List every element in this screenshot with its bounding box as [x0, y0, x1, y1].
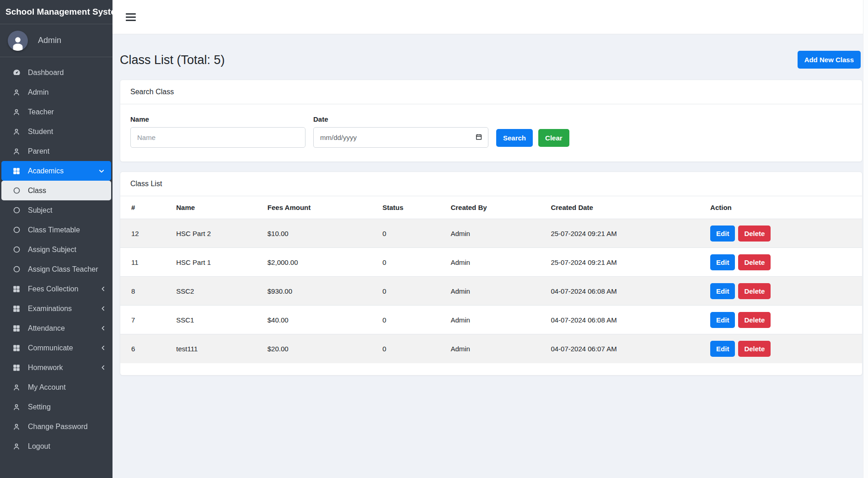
cell-id: 6 [120, 334, 171, 363]
edit-button[interactable]: Edit [710, 283, 735, 299]
chevron-left-icon [100, 345, 106, 351]
sidebar-item-label: My Account [28, 383, 66, 392]
chevron-left-icon [100, 325, 106, 331]
sidebar-item-academics[interactable]: Academics [1, 161, 111, 181]
gauge-icon [12, 68, 21, 77]
app-root: School Management System Admin Dashboard… [0, 0, 868, 478]
sidebar-item-label: Class Timetable [28, 226, 80, 234]
delete-button[interactable]: Delete [738, 341, 771, 357]
person-icon [12, 423, 21, 431]
sidebar-item-fees-collection[interactable]: Fees Collection [0, 279, 113, 299]
sidebar-item-teacher[interactable]: Teacher [0, 102, 113, 122]
table-row: 12 HSC Part 2 $10.00 0 Admin 25-07-2024 … [120, 219, 862, 248]
cell-created-date: 04-07-2024 06:07 AM [545, 334, 705, 363]
sidebar-item-my-account[interactable]: My Account [0, 377, 113, 397]
edit-button[interactable]: Edit [710, 226, 735, 242]
grid-icon [12, 285, 21, 293]
sidebar-item-assign-subject[interactable]: Assign Subject [0, 240, 113, 259]
table-row: 8 SSC2 $930.00 0 Admin 04-07-2024 06:08 … [120, 277, 862, 306]
sidebar-item-label: Parent [28, 147, 49, 156]
cell-name: SSC1 [171, 306, 262, 334]
sidebar-item-homework[interactable]: Homework [0, 358, 113, 377]
clear-button[interactable]: Clear [538, 129, 569, 147]
scrollbar[interactable] [863, 0, 868, 478]
name-label: Name [130, 115, 305, 123]
app-title: School Management System [0, 0, 113, 24]
delete-button[interactable]: Delete [738, 312, 771, 328]
person-icon [12, 88, 21, 97]
sidebar-item-student[interactable]: Student [0, 122, 113, 141]
sidebar-item-label: Dashboard [28, 69, 64, 77]
table-row: 6 test111 $20.00 0 Admin 04-07-2024 06:0… [120, 334, 862, 363]
sidebar-item-label: Assign Class Teacher [28, 265, 98, 274]
search-card: Search Class Name Date [120, 80, 863, 162]
delete-button[interactable]: Delete [738, 254, 771, 270]
radio-circle-icon [12, 265, 21, 273]
hamburger-icon[interactable] [126, 13, 136, 21]
sidebar-item-label: Setting [28, 403, 51, 411]
col-header-created-by: Created By [445, 196, 545, 219]
edit-button[interactable]: Edit [710, 312, 735, 328]
sidebar-item-assign-class-teacher[interactable]: Assign Class Teacher [0, 259, 113, 279]
cell-fees: $2,000.00 [262, 248, 377, 277]
sidebar-item-label: Subject [28, 206, 52, 215]
sidebar-item-class[interactable]: Class [1, 181, 111, 200]
sidebar-item-change-password[interactable]: Change Password [0, 417, 113, 436]
sidebar-item-label: Homework [28, 364, 63, 372]
radio-circle-icon [12, 206, 21, 214]
sidebar-item-label: Communicate [28, 344, 73, 352]
sidebar-item-label: Admin [28, 88, 48, 97]
col-header-status: Status [377, 196, 445, 219]
sidebar-item-label: Student [28, 128, 53, 136]
edit-button[interactable]: Edit [710, 341, 735, 357]
sidebar-item-dashboard[interactable]: Dashboard [0, 63, 113, 82]
person-icon [12, 383, 21, 392]
cell-created-by: Admin [445, 334, 545, 363]
sidebar-item-subject[interactable]: Subject [0, 200, 113, 220]
cell-created-by: Admin [445, 277, 545, 306]
sidebar-item-class-timetable[interactable]: Class Timetable [0, 220, 113, 240]
sidebar-item-communicate[interactable]: Communicate [0, 338, 113, 358]
class-list-title: Class List [120, 172, 862, 196]
col-header-fees: Fees Amount [262, 196, 377, 219]
sidebar-item-logout[interactable]: Logout [0, 436, 113, 456]
cell-fees: $930.00 [262, 277, 377, 306]
cell-id: 8 [120, 277, 171, 306]
person-icon [12, 147, 21, 156]
person-icon [12, 108, 21, 116]
cell-fees: $20.00 [262, 334, 377, 363]
radio-circle-icon [12, 246, 21, 253]
grid-icon [12, 324, 21, 333]
sidebar-item-admin[interactable]: Admin [0, 82, 113, 102]
delete-button[interactable]: Delete [738, 283, 771, 299]
cell-created-date: 04-07-2024 06:08 AM [545, 306, 705, 334]
cell-created-date: 04-07-2024 06:08 AM [545, 277, 705, 306]
cell-created-by: Admin [445, 248, 545, 277]
edit-button[interactable]: Edit [710, 254, 735, 270]
sidebar-item-examinations[interactable]: Examinations [0, 299, 113, 318]
search-button[interactable]: Search [496, 129, 533, 147]
main-area: Class List (Total: 5) Add New Class Sear… [113, 0, 868, 478]
sidebar-item-label: Assign Subject [28, 246, 76, 254]
cell-created-by: Admin [445, 219, 545, 248]
grid-icon [12, 344, 21, 352]
cell-status: 0 [377, 306, 445, 334]
table-header-row: # Name Fees Amount Status Created By Cre… [120, 196, 862, 219]
sidebar-item-attendance[interactable]: Attendance [0, 318, 113, 338]
name-field-group: Name [130, 115, 305, 148]
add-new-class-button[interactable]: Add New Class [798, 51, 861, 69]
sidebar-item-label: Fees Collection [28, 285, 78, 293]
sidebar-item-label: Examinations [28, 305, 72, 313]
cell-name: HSC Part 1 [171, 248, 262, 277]
sidebar-item-label: Logout [28, 442, 50, 451]
chevron-left-icon [100, 286, 106, 292]
sidebar-item-setting[interactable]: Setting [0, 397, 113, 417]
sidebar-menu: Dashboard Admin Teacher Student Parent A [0, 57, 113, 456]
delete-button[interactable]: Delete [738, 226, 771, 242]
calendar-icon[interactable] [475, 133, 482, 143]
date-input[interactable] [313, 127, 488, 148]
cell-status: 0 [377, 219, 445, 248]
sidebar-item-parent[interactable]: Parent [0, 141, 113, 161]
date-label: Date [313, 115, 488, 123]
name-input[interactable] [130, 127, 305, 148]
